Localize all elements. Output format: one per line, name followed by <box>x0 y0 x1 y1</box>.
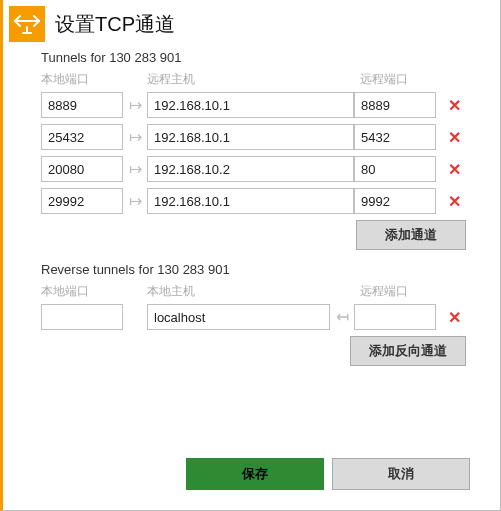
dialog-content: Tunnels for 130 283 901 本地端口 远程主机 远程端口 ↦… <box>3 44 500 458</box>
cancel-button[interactable]: 取消 <box>332 458 470 490</box>
host-input[interactable] <box>147 304 330 330</box>
reverse-column-headers: 本地端口 本地主机 远程端口 <box>41 283 466 300</box>
local-port-input[interactable] <box>41 156 123 182</box>
remote-port-input[interactable] <box>354 92 436 118</box>
tunnel-row: ↦✕ <box>41 188 466 214</box>
remote-port-input[interactable] <box>354 188 436 214</box>
add-reverse-tunnel-button[interactable]: 添加反向通道 <box>350 336 466 366</box>
delete-row-button[interactable]: ✕ <box>442 308 466 327</box>
save-button[interactable]: 保存 <box>186 458 324 490</box>
remote-port-input[interactable] <box>354 156 436 182</box>
host-input[interactable] <box>147 92 354 118</box>
remote-port-input[interactable] <box>354 124 436 150</box>
arrow-right-icon: ↦ <box>123 129 147 145</box>
delete-row-button[interactable]: ✕ <box>442 160 466 179</box>
reverse-section-label: Reverse tunnels for 130 283 901 <box>41 262 466 277</box>
host-input[interactable] <box>147 124 354 150</box>
col-host: 远程主机 <box>147 71 360 88</box>
arrow-right-icon: ↦ <box>123 193 147 209</box>
local-port-input[interactable] <box>41 304 123 330</box>
local-port-input[interactable] <box>41 92 123 118</box>
col-local: 本地端口 <box>41 283 123 300</box>
arrow-left-icon: ↤ <box>330 309 354 325</box>
tunnel-icon <box>9 6 45 42</box>
tunnels-column-headers: 本地端口 远程主机 远程端口 <box>41 71 466 88</box>
host-input[interactable] <box>147 156 354 182</box>
remote-port-input[interactable] <box>354 304 436 330</box>
col-remote: 远程端口 <box>360 283 442 300</box>
delete-row-button[interactable]: ✕ <box>442 192 466 211</box>
tunnel-row: ↦✕ <box>41 124 466 150</box>
reverse-rows: ↤✕ <box>41 304 466 330</box>
local-port-input[interactable] <box>41 124 123 150</box>
tunnel-row: ↤✕ <box>41 304 466 330</box>
delete-row-button[interactable]: ✕ <box>442 96 466 115</box>
col-host: 本地主机 <box>147 283 360 300</box>
col-remote: 远程端口 <box>360 71 442 88</box>
dialog-title: 设置TCP通道 <box>55 11 175 38</box>
arrow-right-icon: ↦ <box>123 161 147 177</box>
tunnel-row: ↦✕ <box>41 156 466 182</box>
col-local: 本地端口 <box>41 71 123 88</box>
dialog-header: 设置TCP通道 <box>3 0 500 44</box>
host-input[interactable] <box>147 188 354 214</box>
dialog-footer: 保存 取消 <box>3 458 500 510</box>
local-port-input[interactable] <box>41 188 123 214</box>
arrow-right-icon: ↦ <box>123 97 147 113</box>
tunnel-rows: ↦✕↦✕↦✕↦✕ <box>41 92 466 214</box>
dialog-window: 设置TCP通道 Tunnels for 130 283 901 本地端口 远程主… <box>0 0 501 511</box>
delete-row-button[interactable]: ✕ <box>442 128 466 147</box>
add-tunnel-button[interactable]: 添加通道 <box>356 220 466 250</box>
tunnels-section-label: Tunnels for 130 283 901 <box>41 50 466 65</box>
tunnel-row: ↦✕ <box>41 92 466 118</box>
